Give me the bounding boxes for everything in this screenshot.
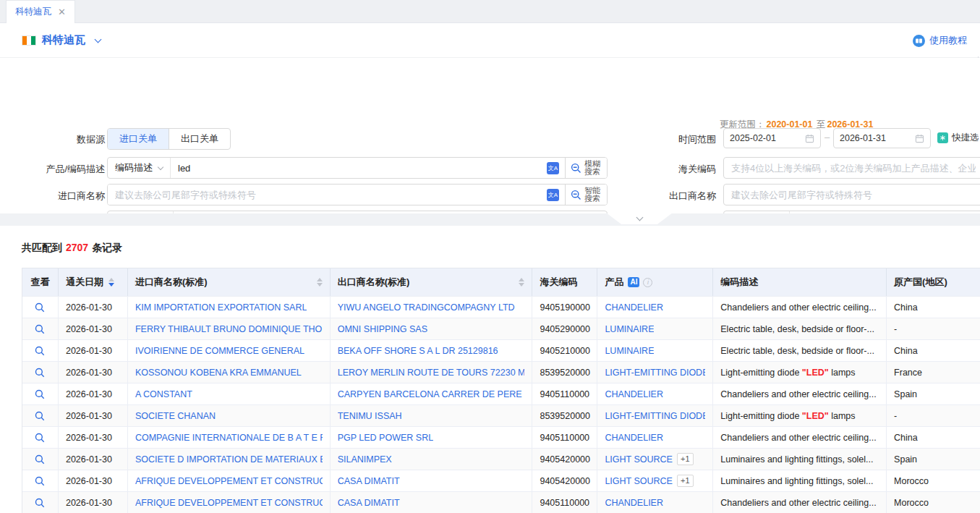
product-link[interactable]: CHANDELIER [605,433,663,443]
sort-icon[interactable] [108,278,114,287]
origin-cell: France [887,362,980,383]
calendar-icon [915,134,924,143]
table-header: 查看 通关日期 进口商名称(标准) 出口商名称(标准) 海关编码 产品 AI i… [22,268,980,296]
tab-cote-divoire[interactable]: 科特迪瓦 ✕ [6,0,75,23]
info-icon[interactable]: i [643,278,652,287]
sort-icon[interactable] [317,278,323,287]
product-link[interactable]: CHANDELIER [605,302,663,313]
importer-link[interactable]: SOCIETE CHANAN [135,411,216,421]
product-link[interactable]: LUMINAIRE [605,324,654,334]
export-declarations-option[interactable]: 出口关单 [169,129,230,149]
col-view: 查看 [22,268,59,296]
result-summary: 共匹配到2707条记录 [22,242,122,255]
chevron-down-icon[interactable] [95,36,102,43]
view-record-button[interactable] [22,427,59,448]
exporter-link[interactable]: CASA DIMATIT [338,498,400,508]
importer-link[interactable]: KOSSONOU KOBENA KRA EMMANUEL [135,368,302,378]
origin-cell: - [887,318,980,339]
hs-code-cell: 9405190000 [532,297,597,318]
col-date[interactable]: 通关日期 [59,268,128,296]
more-products-badge[interactable]: +1 [677,475,694,487]
col-description: 编码描述 [713,268,887,296]
product-link[interactable]: LUMINAIRE [605,346,654,356]
product-input-group: 编码描述 文A 模糊搜索 [107,157,608,179]
importer-link[interactable]: AFRIQUE DEVELOPPEMENT ET CONSTRUCT... [135,476,323,486]
translate-icon[interactable]: 文A [547,189,559,201]
hs-code-cell: 8539520000 [532,362,597,383]
view-record-button[interactable] [22,362,59,383]
tutorial-button[interactable]: 使用教程 [913,34,967,47]
col-importer[interactable]: 进口商名称(标准) [128,268,331,296]
fuzzy-search-button[interactable]: 模糊搜索 [565,158,607,178]
hs-code-cell: 9405210000 [532,340,597,361]
sort-icon[interactable] [519,278,524,287]
origin-cell: China [887,427,980,448]
view-record-button[interactable] [22,470,59,491]
view-record-button[interactable] [22,340,59,361]
clearance-date-cell: 2026-01-30 [59,427,128,448]
results-table: 查看 通关日期 进口商名称(标准) 出口商名称(标准) 海关编码 产品 AI i… [22,268,980,513]
importer-link[interactable]: A CONSTANT [135,389,192,399]
description-cell: Light-emitting diode "LED" lamps [713,405,887,426]
product-link[interactable]: CHANDELIER [605,389,663,399]
product-link[interactable]: LIGHT SOURCE [605,476,673,486]
importer-link[interactable]: SOCIETE D IMPORTATION DE MATERIAUX E... [135,454,323,465]
magnifier-minus-icon [571,163,581,174]
view-record-button[interactable] [22,449,59,470]
exporter-link[interactable]: YIWU ANGELO TRADINGCOMPAGNY LTD [338,302,515,313]
import-declarations-option[interactable]: 进口关单 [108,129,169,149]
more-products-badge[interactable]: +1 [677,453,694,465]
product-cell: LUMINAIRE [597,318,713,339]
view-record-button[interactable] [22,297,59,318]
origin-cell: China [887,297,980,318]
smart-search-label: 智能搜索 [584,187,602,203]
exporter-input[interactable] [723,184,980,205]
exporter-link[interactable]: CARPYEN BARCELONA CARRER DE PERE IV [338,389,525,399]
date-to-input[interactable]: 2026-01-31 [833,128,931,148]
view-magnifier-icon [35,389,45,399]
importer-input-group: 文A 智能搜索 [107,184,608,205]
hs-code-input[interactable] [723,157,980,179]
exporter-link[interactable]: TENIMU ISSAH [338,411,402,421]
importer-link[interactable]: KIM IMPORTATION EXPORTATION SARL [135,302,307,313]
importer-input[interactable] [108,185,547,205]
table-row: 2026-01-30AFRIQUE DEVELOPPEMENT ET CONST… [22,470,980,491]
exporter-cell: TENIMU ISSAH [331,405,533,426]
quick-select-button[interactable]: 快捷选 [937,132,979,144]
exporter-link[interactable]: LEROY MERLIN ROUTE DE TOURS 72230 M [338,368,525,378]
origin-cell: - [887,405,980,426]
importer-link[interactable]: FERRY THIBAULT BRUNO DOMINIQUE THO... [135,324,323,334]
view-record-button[interactable] [22,383,59,404]
description-cell: Chandeliers and other electric ceiling..… [713,492,887,513]
view-record-button[interactable] [22,405,59,426]
quick-select-label: 快捷选 [952,132,979,144]
exporter-link[interactable]: OMNI SHIPPING SAS [338,324,427,334]
exporter-cell: BEKA OFF SHORE S A L DR 25129816 [331,340,533,361]
date-from-input[interactable]: 2025-02-01 [723,128,821,148]
view-magnifier-icon [35,454,45,465]
exporter-link[interactable]: CASA DIMATIT [338,476,400,486]
product-link[interactable]: CHANDELIER [605,498,663,508]
exporter-link[interactable]: BEKA OFF SHORE S A L DR 25129816 [338,346,498,356]
col-exporter[interactable]: 出口商名称(标准) [331,268,533,296]
translate-icon[interactable]: 文A [547,162,559,174]
exporter-link[interactable]: SILANIMPEX [338,454,392,465]
view-record-button[interactable] [22,492,59,513]
product-link[interactable]: LIGHT-EMITTING DIODE [605,368,705,378]
smart-search-button[interactable]: 智能搜索 [565,185,607,205]
product-input[interactable] [171,158,547,178]
magnifier-minus-icon [571,190,581,200]
importer-cell: IVOIRIENNE DE COMMERCE GENERAL [128,340,331,361]
product-mode-select[interactable]: 编码描述 [108,158,171,178]
description-cell: Chandeliers and other electric ceiling..… [713,427,887,448]
data-source-label: 数据源 [0,133,105,146]
importer-cell: AFRIQUE DEVELOPPEMENT ET CONSTRUCT... [128,470,331,491]
tab-close-icon[interactable]: ✕ [58,7,66,17]
importer-link[interactable]: IVOIRIENNE DE COMMERCE GENERAL [135,346,304,356]
view-record-button[interactable] [22,318,59,339]
product-link[interactable]: LIGHT SOURCE [605,454,673,465]
product-link[interactable]: LIGHT-EMITTING DIODE [605,411,705,421]
importer-link[interactable]: AFRIQUE DEVELOPPEMENT ET CONSTRUCT... [135,498,323,508]
importer-link[interactable]: COMPAGNIE INTERNATIONALE DE B A T E R [135,433,323,443]
exporter-link[interactable]: PGP LED POWER SRL [338,433,433,443]
